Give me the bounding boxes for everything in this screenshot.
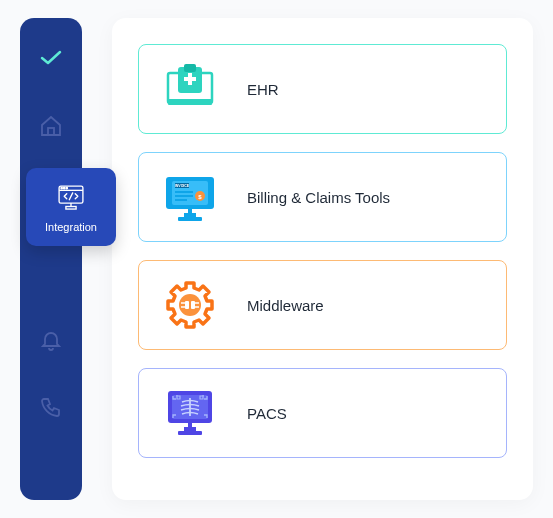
sidebar-item-integration[interactable]: Integration — [20, 176, 82, 216]
svg-text:INVOICE: INVOICE — [175, 184, 190, 188]
svg-rect-19 — [175, 191, 193, 193]
card-ehr[interactable]: EHR — [138, 44, 507, 134]
main-panel: EHR INVOICE $ Billing — [112, 18, 533, 500]
home-icon — [39, 114, 63, 142]
billing-icon: INVOICE $ — [161, 168, 219, 226]
bell-icon — [39, 328, 63, 356]
card-pacs-label: PACS — [247, 405, 287, 422]
sidebar-active-tab[interactable]: Integration — [26, 168, 116, 246]
pacs-icon — [161, 384, 219, 442]
sidebar-item-calls[interactable] — [31, 390, 71, 430]
svg-rect-28 — [185, 301, 189, 309]
check-icon — [39, 46, 63, 74]
svg-point-27 — [179, 294, 201, 316]
middleware-icon — [161, 276, 219, 334]
card-billing[interactable]: INVOICE $ Billing & Claims Tools — [138, 152, 507, 242]
svg-rect-37 — [184, 427, 196, 431]
sidebar-item-check[interactable] — [31, 40, 71, 80]
svg-line-6 — [69, 193, 72, 200]
svg-rect-7 — [66, 207, 76, 210]
sidebar: Integration — [20, 18, 82, 500]
sidebar-item-home[interactable] — [31, 108, 71, 148]
svg-rect-10 — [168, 99, 212, 105]
ehr-icon — [161, 60, 219, 118]
svg-rect-26 — [188, 209, 192, 213]
integration-icon — [54, 181, 88, 215]
sidebar-item-notifications[interactable] — [31, 322, 71, 362]
svg-rect-29 — [191, 301, 195, 309]
card-pacs[interactable]: PACS — [138, 368, 507, 458]
svg-rect-14 — [184, 77, 196, 81]
card-billing-label: Billing & Claims Tools — [247, 189, 390, 206]
svg-point-3 — [61, 188, 62, 189]
card-ehr-label: EHR — [247, 81, 279, 98]
sidebar-active-label: Integration — [45, 221, 97, 233]
svg-point-4 — [64, 188, 65, 189]
svg-rect-20 — [175, 195, 193, 197]
svg-rect-24 — [184, 213, 196, 217]
svg-rect-0 — [48, 128, 54, 135]
svg-rect-21 — [175, 199, 187, 201]
svg-rect-25 — [178, 217, 202, 221]
svg-point-5 — [66, 188, 67, 189]
phone-icon — [39, 396, 63, 424]
card-middleware[interactable]: Middleware — [138, 260, 507, 350]
svg-rect-39 — [188, 423, 192, 427]
svg-rect-12 — [184, 64, 196, 72]
svg-rect-38 — [178, 431, 202, 435]
card-middleware-label: Middleware — [247, 297, 324, 314]
